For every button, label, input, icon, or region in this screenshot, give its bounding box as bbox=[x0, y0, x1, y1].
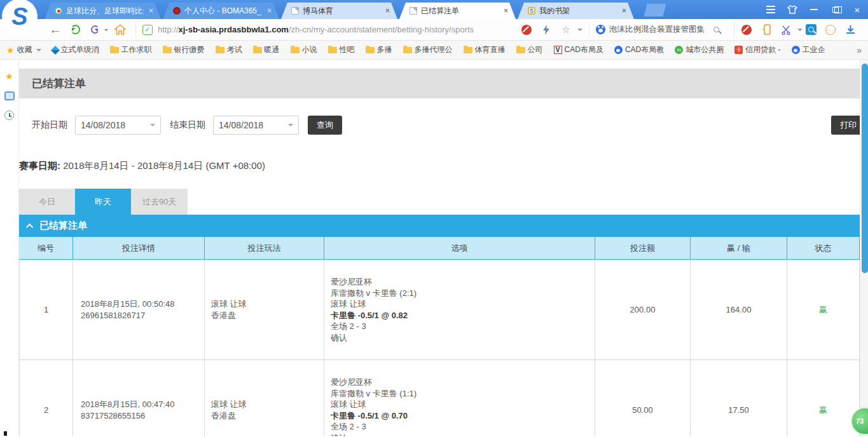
undo-caret-icon[interactable] bbox=[104, 29, 108, 33]
refresh-icon[interactable] bbox=[67, 22, 83, 38]
tab-title: 个人中心 - BOMA365_ bbox=[184, 6, 262, 17]
scissors-caret-icon[interactable] bbox=[797, 29, 803, 34]
divider bbox=[589, 22, 589, 37]
minimize-icon[interactable] bbox=[808, 4, 820, 15]
bookmark-label: 工作求职 bbox=[121, 44, 152, 55]
restore-icon[interactable] bbox=[830, 4, 841, 15]
bookmarks-caret-icon[interactable] bbox=[36, 49, 41, 54]
tab-close-icon[interactable]: × bbox=[266, 6, 273, 15]
page-find-icon[interactable] bbox=[803, 22, 819, 38]
bookmark-item[interactable]: 卡信用贷款 - bbox=[734, 44, 780, 55]
bookmark-item[interactable]: CAD布局教 bbox=[614, 44, 664, 55]
search-button[interactable]: 查询 bbox=[308, 116, 342, 135]
bookmark-item[interactable]: 小说 bbox=[291, 44, 317, 55]
send-to-phone-icon[interactable] bbox=[758, 22, 775, 38]
bookmark-item[interactable]: 考试 bbox=[216, 44, 242, 55]
tab-settled-bets-active[interactable]: 已结算注单 × bbox=[399, 3, 516, 19]
range-tab-last90[interactable]: 过去90天 bbox=[131, 189, 188, 215]
tab-bookshelf[interactable]: S 我的书架 × bbox=[518, 3, 634, 19]
bookmark-item[interactable]: 工业企 bbox=[792, 44, 825, 55]
range-tab-yesterday[interactable]: 昨天 bbox=[75, 189, 131, 215]
url-text[interactable]: http://xj-sb-asia.prdasbbwla1.com/zh-cn/… bbox=[158, 25, 518, 34]
bookmarks-overflow-chevron[interactable]: » bbox=[857, 45, 862, 55]
cell-selection: 爱沙尼亚杯 库雷撒勒 v 卡里鲁 (1:1) 滚球 让球 卡里鲁 -0.5/1 … bbox=[324, 360, 595, 436]
table-header-row: 编号 投注详情 投注玩法 选项 投注额 赢 / 输 状态 bbox=[19, 237, 860, 260]
end-date-select[interactable]: 14/08/2018 bbox=[213, 116, 299, 135]
bookmark-item[interactable]: 性吧 bbox=[328, 44, 355, 55]
more-tools-icon[interactable]: ··· bbox=[822, 22, 839, 38]
bookmark-item[interactable]: 多播 bbox=[366, 44, 392, 55]
tab-close-icon[interactable]: × bbox=[502, 6, 509, 15]
tab-boma-account[interactable]: 个人中心 - BOMA365_ × bbox=[163, 3, 279, 19]
filter-row: 开始日期 14/08/2018 结束日期 14/08/2018 查询 打印 bbox=[19, 116, 868, 135]
section-header[interactable]: 已结算注单 bbox=[19, 215, 868, 237]
download-icon[interactable] bbox=[842, 22, 858, 38]
bookmark-item[interactable]: 立式单级消 bbox=[52, 44, 99, 55]
tab-football-scores[interactable]: 足球比分、足球即時比分 × bbox=[45, 3, 161, 19]
tab-close-icon[interactable]: × bbox=[621, 6, 628, 15]
scrollbar-thumb[interactable] bbox=[862, 64, 868, 273]
sogou-logo-icon[interactable]: S bbox=[2, 0, 38, 34]
range-tab-today[interactable]: 今日 bbox=[19, 189, 75, 215]
home-icon[interactable] bbox=[112, 22, 128, 38]
cell-play: 滚球 让球 香港盘 bbox=[205, 360, 324, 436]
range-tabs: 今日 昨天 过去90天 bbox=[19, 189, 868, 215]
search-box[interactable]: 泡沫比例混合装置接管图集 bbox=[593, 22, 730, 38]
bookmark-item[interactable]: 公司 bbox=[516, 44, 543, 55]
tab-close-icon[interactable]: × bbox=[384, 6, 391, 15]
selection-league: 爱沙尼亚杯 bbox=[331, 276, 591, 288]
search-engine-icon[interactable] bbox=[596, 25, 605, 34]
bookmark-label: 体育直播 bbox=[475, 44, 506, 55]
device-sidebar-icon[interactable] bbox=[4, 91, 15, 100]
start-date-select[interactable]: 14/08/2018 bbox=[75, 116, 161, 135]
adblock-icon[interactable] bbox=[518, 22, 535, 38]
menu-icon[interactable] bbox=[765, 4, 776, 15]
tab-boma-sports[interactable]: 博马体育 × bbox=[281, 3, 397, 19]
football-favicon-icon bbox=[55, 7, 62, 15]
skin-shirt-icon[interactable] bbox=[787, 4, 798, 15]
accelerator-bolt-icon[interactable] bbox=[538, 22, 555, 38]
security-shield-icon[interactable]: ✓ bbox=[142, 25, 153, 35]
bookmark-label: 考试 bbox=[227, 44, 242, 55]
selection-confirm: 确认 bbox=[331, 332, 591, 344]
selection-pick: 卡里鲁 -0.5/1 @ 0.82 bbox=[331, 310, 591, 321]
no-ads-icon[interactable] bbox=[738, 22, 755, 38]
selection-market: 滚球 让球 bbox=[331, 399, 591, 410]
back-icon[interactable]: ← bbox=[47, 22, 64, 38]
bookmark-label: 多播 bbox=[377, 44, 392, 55]
bets-table: 编号 投注详情 投注玩法 选项 投注额 赢 / 输 状态 1 2018年8月15… bbox=[19, 237, 860, 436]
url-box[interactable]: ✓ http://xj-sb-asia.prdasbbwla1.com/zh-c… bbox=[140, 22, 585, 38]
chevron-down-icon bbox=[288, 124, 293, 129]
bookmark-item[interactable]: 工作求职 bbox=[110, 44, 152, 55]
address-bar: ← ✓ http://xj-sb-asia.prdasbbwla1.com/zh… bbox=[0, 19, 868, 41]
divider bbox=[135, 22, 136, 37]
favorite-caret-icon[interactable] bbox=[577, 29, 582, 34]
bookmark-item[interactable]: 多播代理公 bbox=[403, 44, 453, 55]
window-controls: × bbox=[765, 0, 863, 19]
favorites-sidebar-icon[interactable]: ★ bbox=[5, 71, 13, 81]
close-window-icon[interactable]: × bbox=[851, 4, 863, 15]
bookmark-root[interactable]: ★收藏 bbox=[6, 44, 41, 55]
search-query-text[interactable]: 泡沫比例混合装置接管图集 bbox=[609, 24, 708, 35]
play-line: 滚球 让球 bbox=[211, 399, 320, 410]
search-magnifier-icon[interactable] bbox=[708, 22, 724, 38]
undo-history-icon[interactable] bbox=[86, 22, 103, 38]
selection-market: 滚球 让球 bbox=[331, 299, 591, 310]
tab-close-icon[interactable]: × bbox=[148, 6, 155, 15]
favorite-star-icon[interactable]: ☆ bbox=[558, 22, 574, 38]
bookmark-item[interactable]: VCAD布局及 bbox=[554, 44, 603, 55]
selection-pick: 卡里鲁 -0.5/1 @ 0.70 bbox=[331, 410, 591, 422]
event-date-line: 赛事日期: 2018年8月14日 - 2018年8月14日 (GMT +08:0… bbox=[19, 160, 868, 172]
diamond-icon bbox=[50, 45, 59, 54]
new-tab-button[interactable] bbox=[644, 4, 666, 17]
bookmark-item[interactable]: 体育直播 bbox=[464, 44, 506, 55]
bookmark-item[interactable]: in城市公共厕 bbox=[675, 44, 724, 55]
bookmark-item[interactable]: 银行缴费 bbox=[163, 44, 205, 55]
screenshot-scissors-icon[interactable] bbox=[778, 22, 794, 38]
url-scheme: http:// bbox=[158, 25, 179, 34]
history-sidebar-icon[interactable] bbox=[4, 111, 14, 120]
bookmark-item[interactable]: 暖通 bbox=[253, 44, 280, 55]
cad-icon: V bbox=[554, 46, 562, 54]
scrollbar[interactable] bbox=[860, 60, 868, 436]
selection-match: 库雷撒勒 v 卡里鲁 (2:1) bbox=[331, 288, 591, 299]
